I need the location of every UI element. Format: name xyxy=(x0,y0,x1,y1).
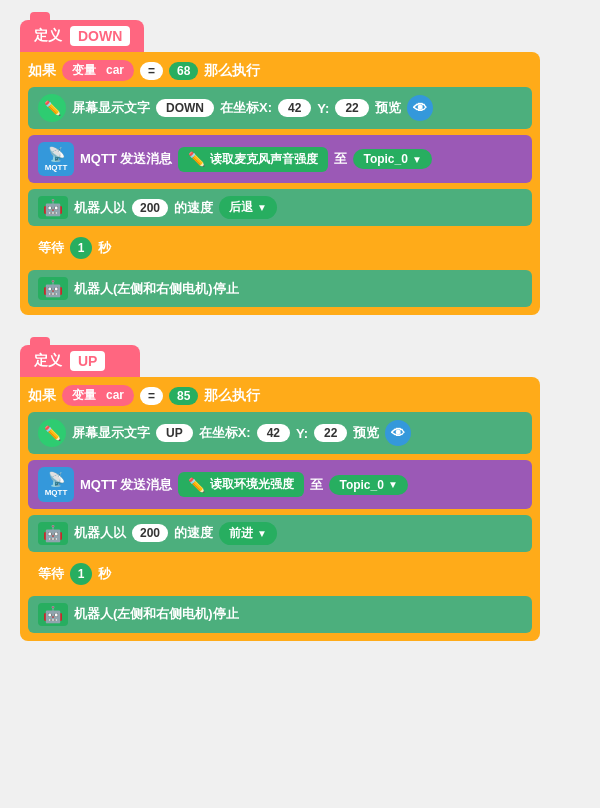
down-mqtt-icon: 📡 MQTT xyxy=(38,142,74,176)
down-dir-arrow: ▼ xyxy=(257,202,267,213)
down-eye-icon[interactable]: 👁 xyxy=(407,95,433,121)
up-screen-label: 屏幕显示文字 xyxy=(72,424,150,442)
down-wait-block: 等待 1 秒 xyxy=(28,232,532,264)
up-y-val: 22 xyxy=(314,424,347,442)
up-if-label: 如果 xyxy=(28,387,56,405)
down-wait-label: 等待 xyxy=(38,239,64,257)
up-dir-dropdown[interactable]: 前进 ▼ xyxy=(219,522,277,545)
up-robot-label: 机器人以 xyxy=(74,524,126,542)
up-x-val: 42 xyxy=(257,424,290,442)
down-screen-block: ✏️ 屏幕显示文字 DOWN 在坐标X: 42 Y: 22 预览 👁 xyxy=(28,87,532,129)
up-topic-label: Topic_0 xyxy=(339,478,383,492)
down-orange-container: 如果 变量 car = 68 那么执行 ✏️ 屏幕显示文字 DOWN 在坐标X:… xyxy=(20,52,540,315)
up-topic-arrow: ▼ xyxy=(388,479,398,490)
screen-icon-2: ✏️ xyxy=(38,419,66,447)
down-sensor-label: 读取麦克风声音强度 xyxy=(210,151,318,168)
down-screen-text: DOWN xyxy=(156,99,214,117)
up-wait-num: 1 xyxy=(70,563,92,585)
up-dir-label: 前进 xyxy=(229,525,253,542)
define-down-group: 定义 DOWN 如果 变量 car = 68 那么执行 ✏️ 屏幕显示文字 DO… xyxy=(20,20,580,315)
up-wait-block: 等待 1 秒 xyxy=(28,558,532,590)
down-y-val: 22 xyxy=(335,99,368,117)
up-wait-label: 等待 xyxy=(38,565,64,583)
down-if-label: 如果 xyxy=(28,62,56,80)
define-down-name: DOWN xyxy=(70,26,130,46)
down-topic-label: Topic_0 xyxy=(363,152,407,166)
define-up-header: 定义 UP xyxy=(20,345,140,377)
up-then-label: 那么执行 xyxy=(204,387,260,405)
down-robot-icon: 🤖 xyxy=(38,196,68,219)
down-stop-block: 🤖 机器人(左侧和右侧电机)停止 xyxy=(28,270,532,307)
define-up-group: 定义 UP 如果 变量 car = 85 那么执行 ✏️ 屏幕显示文字 UP 在… xyxy=(20,345,580,640)
down-preview-label: 预览 xyxy=(375,99,401,117)
down-x-val: 42 xyxy=(278,99,311,117)
down-var-badge: 变量 car xyxy=(62,60,134,81)
up-mqtt-label: MQTT 发送消息 xyxy=(80,476,172,494)
down-screen-label: 屏幕显示文字 xyxy=(72,99,150,117)
down-coord-label: 在坐标X: xyxy=(220,99,272,117)
down-y-label: Y: xyxy=(317,101,329,116)
up-if-row: 如果 变量 car = 85 那么执行 xyxy=(28,385,532,406)
down-mqtt-block: 📡 MQTT MQTT 发送消息 ✏️ 读取麦克风声音强度 至 Topic_0 … xyxy=(28,135,532,183)
up-preview-label: 预览 xyxy=(353,424,379,442)
down-if-row: 如果 变量 car = 68 那么执行 xyxy=(28,60,532,81)
down-dir-label: 后退 xyxy=(229,199,253,216)
define-label-2: 定义 xyxy=(34,352,62,370)
down-speed: 200 xyxy=(132,199,168,217)
down-topic-arrow: ▼ xyxy=(412,154,422,165)
up-sensor-badge: ✏️ 读取环境光强度 xyxy=(178,472,304,497)
up-to-label: 至 xyxy=(310,476,323,494)
define-label-1: 定义 xyxy=(34,27,62,45)
up-sensor-label: 读取环境光强度 xyxy=(210,476,294,493)
down-val: 68 xyxy=(169,62,198,80)
up-stop-block: 🤖 机器人(左侧和右侧电机)停止 xyxy=(28,596,532,633)
down-sec-label: 秒 xyxy=(98,239,111,257)
down-then-label: 那么执行 xyxy=(204,62,260,80)
up-eye-icon[interactable]: 👁 xyxy=(385,420,411,446)
up-topic-dropdown[interactable]: Topic_0 ▼ xyxy=(329,475,407,495)
up-stop-robot-icon: 🤖 xyxy=(38,603,68,626)
up-speed: 200 xyxy=(132,524,168,542)
up-robot-block: 🤖 机器人以 200 的速度 前进 ▼ xyxy=(28,515,532,552)
down-eq: = xyxy=(140,62,163,80)
down-speed-label: 的速度 xyxy=(174,199,213,217)
down-mqtt-label: MQTT 发送消息 xyxy=(80,150,172,168)
up-val: 85 xyxy=(169,387,198,405)
up-eq: = xyxy=(140,387,163,405)
up-y-label: Y: xyxy=(296,426,308,441)
down-stop-label: 机器人(左侧和右侧电机)停止 xyxy=(74,280,239,298)
up-mqtt-icon: 📡 MQTT xyxy=(38,467,74,501)
down-var-name: car xyxy=(106,63,124,77)
down-dir-dropdown[interactable]: 后退 ▼ xyxy=(219,196,277,219)
up-screen-text: UP xyxy=(156,424,193,442)
down-var-label: 变量 xyxy=(72,63,96,77)
down-to-label: 至 xyxy=(334,150,347,168)
down-wait-num: 1 xyxy=(70,237,92,259)
down-stop-robot-icon: 🤖 xyxy=(38,277,68,300)
up-var-name: car xyxy=(106,388,124,402)
up-mqtt-block: 📡 MQTT MQTT 发送消息 ✏️ 读取环境光强度 至 Topic_0 ▼ xyxy=(28,460,532,508)
down-sensor-badge: ✏️ 读取麦克风声音强度 xyxy=(178,147,328,172)
up-speed-label: 的速度 xyxy=(174,524,213,542)
up-orange-container: 如果 变量 car = 85 那么执行 ✏️ 屏幕显示文字 UP 在坐标X: 4… xyxy=(20,377,540,640)
down-robot-label: 机器人以 xyxy=(74,199,126,217)
screen-icon-1: ✏️ xyxy=(38,94,66,122)
define-down-header: 定义 DOWN xyxy=(20,20,144,52)
up-stop-label: 机器人(左侧和右侧电机)停止 xyxy=(74,605,239,623)
down-topic-dropdown[interactable]: Topic_0 ▼ xyxy=(353,149,431,169)
up-var-badge: 变量 car xyxy=(62,385,134,406)
down-robot-block: 🤖 机器人以 200 的速度 后退 ▼ xyxy=(28,189,532,226)
up-sec-label: 秒 xyxy=(98,565,111,583)
up-coord-label: 在坐标X: xyxy=(199,424,251,442)
up-robot-icon: 🤖 xyxy=(38,522,68,545)
up-dir-arrow: ▼ xyxy=(257,528,267,539)
define-up-name: UP xyxy=(70,351,105,371)
up-screen-block: ✏️ 屏幕显示文字 UP 在坐标X: 42 Y: 22 预览 👁 xyxy=(28,412,532,454)
up-var-label: 变量 xyxy=(72,388,96,402)
